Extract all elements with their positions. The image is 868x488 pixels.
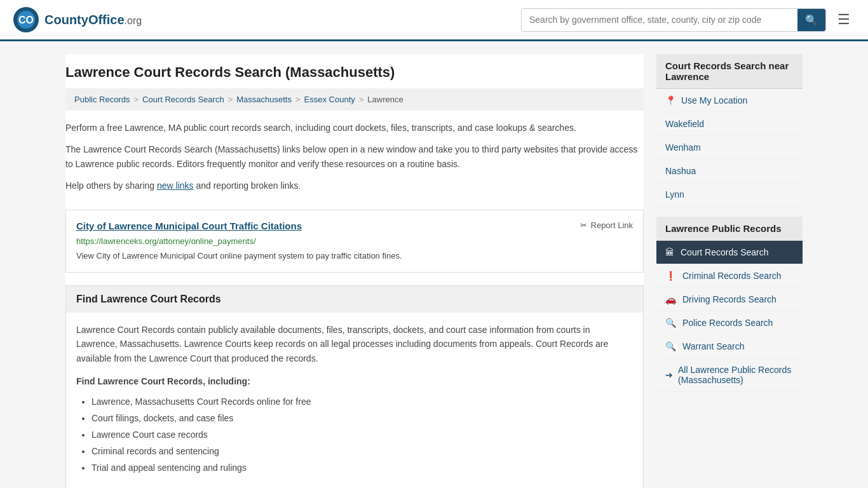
page-title: Lawrence Court Records Search (Massachus… [65,54,644,88]
find-section-list: Lawrence, Massachusetts Court Records on… [76,395,633,475]
description-para2: The Lawrence Court Records Search (Massa… [65,142,644,171]
sidebar-location-wakefield[interactable]: Wakefield [656,112,803,136]
breadcrumb-public-records[interactable]: Public Records [74,95,130,104]
all-records-label: All Lawrence Public Records (Massachuset… [678,365,794,385]
warrant-search-label: Warrant Search [682,341,745,351]
link-card-desc: View City of Lawrence Municipal Court on… [76,250,633,262]
list-item: Trial and appeal sentencing and rulings [92,461,633,475]
logo-text: CountyOffice.org [44,13,142,27]
link-card: City of Lawrence Municipal Court Traffic… [65,210,644,273]
report-link-icon: ✂ [580,220,587,230]
breadcrumb-sep-2: > [228,95,233,104]
link-card-title: City of Lawrence Municipal Court Traffic… [76,220,302,231]
arrow-right-icon: ➔ [665,370,673,380]
description-para3-suffix: and reporting broken links. [194,180,301,191]
sidebar-record-driving-records[interactable]: 🚗 Driving Records Search [656,288,803,311]
search-bar: 🔍 [521,8,826,32]
warrant-search-icon: 🔍 [665,341,676,351]
new-links-link[interactable]: new links [157,180,194,191]
sidebar-records-title: Lawrence Public Records [656,217,803,241]
header: CO CountyOffice.org 🔍 ☰ [0,0,868,41]
sidebar: Court Records Search near Lawrence 📍 Use… [656,54,803,488]
sidebar-record-police-records[interactable]: 🔍 Police Records Search [656,311,803,335]
sidebar-use-my-location[interactable]: 📍 Use My Location [656,89,803,112]
sidebar-record-criminal-records[interactable]: ❗ Criminal Records Search [656,264,803,288]
description-para3: Help others by sharing new links and rep… [65,179,644,193]
location-label-wenham: Wenham [665,142,701,152]
link-card-header: City of Lawrence Municipal Court Traffic… [76,220,633,231]
sidebar-nearby-section: Court Records Search near Lawrence 📍 Use… [656,54,803,207]
criminal-records-label: Criminal Records Search [682,271,782,281]
breadcrumb: Public Records > Court Records Search > … [65,88,644,111]
logo-area: CO CountyOffice.org [13,6,142,33]
breadcrumb-massachusetts[interactable]: Massachusetts [236,95,292,104]
find-section-body-para: Lawrence Court Records contain publicly … [76,323,633,365]
use-my-location-label: Use My Location [681,95,747,105]
find-section-body: Lawrence Court Records contain publicly … [66,313,643,488]
breadcrumb-court-records-search[interactable]: Court Records Search [142,95,224,104]
search-button[interactable]: 🔍 [797,9,825,31]
sidebar-record-warrant-search[interactable]: 🔍 Warrant Search [656,335,803,358]
list-item: Criminal records and sentencing [92,445,633,458]
sidebar-location-lynn[interactable]: Lynn [656,183,803,207]
criminal-records-icon: ❗ [665,271,676,281]
police-records-label: Police Records Search [682,318,773,328]
location-label-nashua: Nashua [665,166,696,176]
sidebar-location-nashua[interactable]: Nashua [656,159,803,183]
find-section-header: Find Lawrence Court Records [66,286,643,313]
list-item: Lawrence Court case records [92,428,633,442]
description-para3-prefix: Help others by sharing [65,180,157,191]
link-card-url: https://lawrenceks.org/attorney/online_p… [76,236,633,246]
description-para1: Perform a free Lawrence, MA public court… [65,121,644,135]
police-records-icon: 🔍 [665,318,676,328]
list-item: Lawrence, Massachusetts Court Records on… [92,395,633,409]
search-input[interactable] [522,10,797,30]
main-container: Lawrence Court Records Search (Massachus… [53,41,815,488]
sidebar-record-court-records[interactable]: 🏛 Court Records Search [656,241,803,264]
breadcrumb-sep-3: > [295,95,301,104]
list-item: Court filings, dockets, and case files [92,412,633,425]
report-link-button[interactable]: ✂ Report Link [580,220,633,230]
driving-records-label: Driving Records Search [682,294,776,304]
hamburger-menu-button[interactable]: ☰ [832,9,855,30]
sidebar-location-wenham[interactable]: Wenham [656,136,803,159]
description-area: Perform a free Lawrence, MA public court… [65,121,644,210]
header-right: 🔍 ☰ [521,8,855,32]
breadcrumb-lawrence: Lawrence [367,95,403,104]
find-section: Find Lawrence Court Records Lawrence Cou… [65,285,644,488]
breadcrumb-essex-county[interactable]: Essex County [304,95,355,104]
breadcrumb-sep-4: > [359,95,364,104]
location-label-lynn: Lynn [665,189,684,200]
location-pin-icon: 📍 [665,95,676,105]
sidebar-nearby-title: Court Records Search near Lawrence [656,54,803,89]
logo-icon: CO [13,6,39,33]
find-section-subtitle: Find Lawrence Court Records, including: [76,374,633,388]
sidebar-all-records-link[interactable]: ➔ All Lawrence Public Records (Massachus… [656,358,803,392]
sidebar-records-section: Lawrence Public Records 🏛 Court Records … [656,217,803,392]
svg-text:CO: CO [18,15,34,25]
content-area: Lawrence Court Records Search (Massachus… [65,54,644,488]
court-records-label: Court Records Search [681,247,769,257]
breadcrumb-sep-1: > [133,95,139,104]
link-card-title-link[interactable]: City of Lawrence Municipal Court Traffic… [76,220,302,231]
driving-records-icon: 🚗 [665,294,676,304]
location-label-wakefield: Wakefield [665,119,704,129]
report-link-label: Report Link [591,220,633,230]
court-records-icon: 🏛 [665,247,674,257]
